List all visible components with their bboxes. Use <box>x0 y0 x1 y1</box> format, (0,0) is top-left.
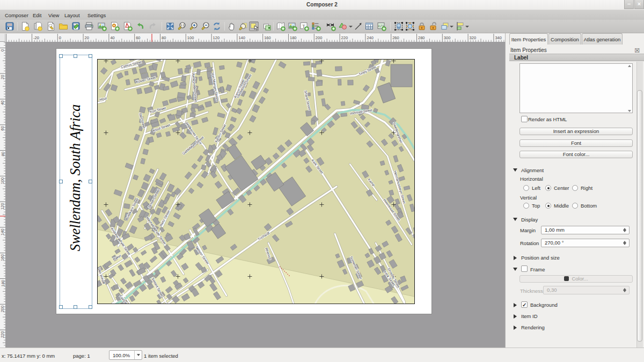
svg-text:220: 220 <box>1 331 5 338</box>
svg-text:260: 260 <box>392 35 399 40</box>
svg-text:140: 140 <box>238 35 245 40</box>
svg-text:180: 180 <box>290 35 297 40</box>
svg-text:100: 100 <box>187 35 194 40</box>
svg-text:340: 340 <box>495 35 502 40</box>
svg-text:40: 40 <box>1 100 5 105</box>
svg-text:0: 0 <box>59 35 61 40</box>
svg-text:140: 140 <box>1 228 5 235</box>
svg-text:-20: -20 <box>33 35 39 40</box>
svg-text:0: 0 <box>1 49 5 51</box>
svg-text:1:1: 1:1 <box>180 24 185 27</box>
svg-text:60: 60 <box>1 126 5 130</box>
svg-text:80: 80 <box>162 35 166 40</box>
svg-text:220: 220 <box>341 35 348 40</box>
svg-text:40: 40 <box>110 35 114 40</box>
svg-text:20: 20 <box>1 75 5 79</box>
svg-text:320: 320 <box>470 35 477 40</box>
svg-text:100: 100 <box>1 178 5 184</box>
svg-text:200: 200 <box>1 306 5 313</box>
svg-text:160: 160 <box>1 254 5 261</box>
svg-text:120: 120 <box>213 35 220 40</box>
svg-text:20: 20 <box>85 35 89 40</box>
svg-text:120: 120 <box>1 203 5 210</box>
svg-text:240: 240 <box>367 35 374 40</box>
svg-text:200: 200 <box>316 35 323 40</box>
svg-text:280: 280 <box>418 35 425 40</box>
svg-text:60: 60 <box>136 35 140 40</box>
svg-text:300: 300 <box>444 35 451 40</box>
svg-text:160: 160 <box>264 35 271 40</box>
svg-text:180: 180 <box>1 280 5 287</box>
svg-text:80: 80 <box>1 152 5 156</box>
